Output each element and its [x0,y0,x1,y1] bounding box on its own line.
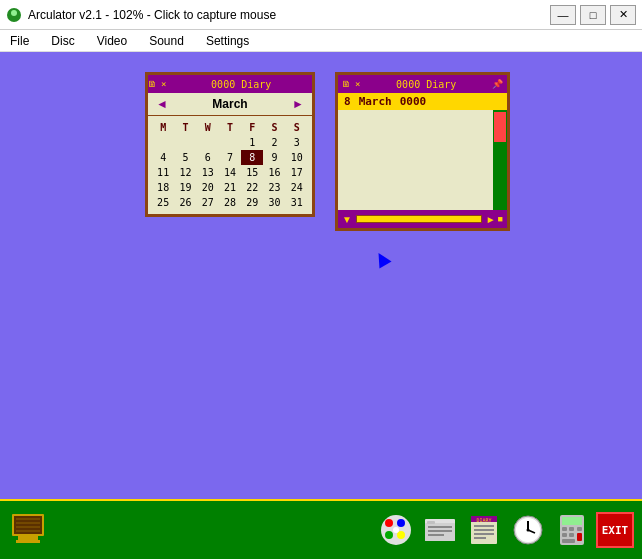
calendar-day-cell[interactable]: 15 [241,165,263,180]
calendar-day-cell[interactable]: 26 [174,195,196,210]
svg-rect-20 [428,530,452,532]
menu-file[interactable]: File [4,32,35,50]
calendar-day-cell[interactable]: 9 [263,150,285,165]
minimize-button[interactable]: — [550,5,576,25]
diary-scrollbar-vertical[interactable] [493,110,507,210]
calendar-day-cell[interactable]: 7 [219,150,241,165]
svg-rect-19 [428,526,452,528]
svg-point-33 [527,529,530,532]
diary-scroll-down-button[interactable]: ▼ [342,214,352,225]
taskbar-exit-button[interactable]: EXIT [596,512,634,548]
svg-point-12 [397,519,405,527]
taskbar-clock-icon[interactable] [508,510,548,550]
menu-disc[interactable]: Disc [45,32,80,50]
calendar-week-0: 123 [152,135,308,150]
calendar-next-button[interactable]: ► [292,97,304,111]
svg-rect-38 [577,527,582,531]
calendar-day-cell[interactable]: 19 [174,180,196,195]
calendar-day-cell[interactable]: 30 [263,195,285,210]
svg-rect-26 [474,529,494,531]
calendar-day-cell[interactable]: 27 [197,195,219,210]
calendar-day-cell[interactable]: 24 [286,180,308,195]
calendar-week-2: 11121314151617 [152,165,308,180]
title-bar: Arculator v2.1 - 102% - Click to capture… [0,0,642,30]
menu-video[interactable]: Video [91,32,133,50]
svg-rect-37 [569,527,574,531]
calendar-day-cell[interactable]: 3 [286,135,308,150]
main-area: 🗎 × 0000 Diary ◄ March ► M T W T F S S 1… [0,52,642,499]
svg-rect-25 [474,525,494,527]
taskbar-paint-icon[interactable] [376,510,416,550]
svg-rect-7 [16,522,40,524]
exit-label: EXIT [602,524,629,537]
diary-title-icon3: 📌 [492,79,503,89]
calendar-day-cell[interactable]: 5 [174,150,196,165]
svg-rect-39 [562,533,567,537]
taskbar: DIARY [0,499,642,559]
diary-scrollbar-horizontal[interactable] [356,215,482,223]
diary-title-bar: 🗎 × 0000 Diary 📌 [338,75,507,93]
calendar-day-cell[interactable]: 29 [241,195,263,210]
svg-rect-5 [16,540,40,543]
calendar-day-cell[interactable]: 22 [241,180,263,195]
calendar-day-cell[interactable]: 25 [152,195,174,210]
calendar-day-cell[interactable]: 13 [197,165,219,180]
diary-date-year: 0000 [400,95,427,108]
calendar-title-bar: 🗎 × 0000 Diary [148,75,312,93]
calendar-day-cell[interactable]: 4 [152,150,174,165]
calendar-day-cell[interactable]: 11 [152,165,174,180]
diary-scroll-right-button[interactable]: ► [486,214,496,225]
diary-date-month: March [359,95,392,108]
menu-settings[interactable]: Settings [200,32,255,50]
calendar-day-cell[interactable]: 2 [263,135,285,150]
calendar-prev-button[interactable]: ◄ [156,97,168,111]
menu-sound[interactable]: Sound [143,32,190,50]
svg-point-13 [385,531,393,539]
calendar-week-4: 25262728293031 [152,195,308,210]
taskbar-diary-icon[interactable]: DIARY [464,510,504,550]
taskbar-calculator-icon[interactable] [552,510,592,550]
calendar-day-cell[interactable]: 20 [197,180,219,195]
diary-window: 🗎 × 0000 Diary 📌 8 March 0000 ▼ ► ■ [335,72,510,231]
svg-rect-4 [18,536,38,540]
day-header-thu: T [219,120,241,135]
calendar-day-cell[interactable]: 16 [263,165,285,180]
svg-point-15 [393,527,399,533]
close-button[interactable]: ✕ [610,5,636,25]
diary-bottom-bar: ▼ ► ■ [338,210,507,228]
diary-text-area[interactable] [338,110,493,210]
svg-point-1 [11,10,17,16]
calendar-day-cell[interactable]: 14 [219,165,241,180]
calendar-day-headers: M T W T F S S [152,120,308,135]
calendar-day-cell[interactable]: 28 [219,195,241,210]
calendar-day-cell[interactable]: 8 [241,150,263,165]
calendar-day-cell[interactable]: 6 [197,150,219,165]
calendar-body: M T W T F S S 12345678910111213141516171… [148,116,312,214]
taskbar-folder-icon[interactable] [420,510,460,550]
svg-rect-27 [474,533,494,535]
svg-point-14 [397,531,405,539]
calendar-day-cell[interactable]: 12 [174,165,196,180]
calendar-day-cell[interactable]: 17 [286,165,308,180]
taskbar-right-icons: DIARY [376,510,634,550]
calendar-day-cell[interactable]: 31 [286,195,308,210]
calendar-day-cell[interactable]: 10 [286,150,308,165]
mouse-cursor [372,249,391,268]
day-header-fri: F [241,120,263,135]
app-icon [6,7,22,23]
svg-rect-36 [562,527,567,531]
maximize-button[interactable]: □ [580,5,606,25]
svg-rect-8 [16,526,40,528]
diary-date-day: 8 [344,95,351,108]
svg-rect-28 [474,537,486,539]
taskbar-computer-icon[interactable] [8,510,48,550]
calendar-day-cell [219,135,241,150]
calendar-day-cell[interactable]: 18 [152,180,174,195]
title-text: Arculator v2.1 - 102% - Click to capture… [28,8,276,22]
diary-content-area [338,110,507,210]
day-header-sun: S [286,120,308,135]
diary-scroll-thumb [494,112,506,142]
calendar-day-cell[interactable]: 1 [241,135,263,150]
calendar-day-cell[interactable]: 23 [263,180,285,195]
calendar-day-cell[interactable]: 21 [219,180,241,195]
